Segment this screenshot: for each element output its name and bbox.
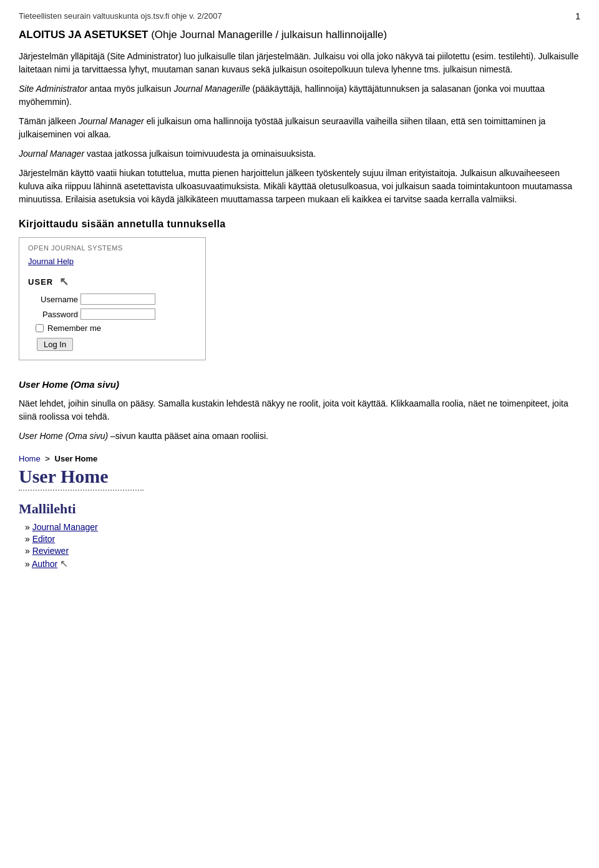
role-journal-manager[interactable]: Journal Manager bbox=[32, 522, 98, 532]
role-author[interactable]: Author bbox=[32, 559, 57, 569]
journal-manager-italic-3: Journal Manager bbox=[19, 149, 84, 159]
remember-checkbox[interactable] bbox=[36, 324, 44, 332]
cursor-icon-author: ↖ bbox=[60, 558, 68, 570]
journal-name: Mallilehti bbox=[19, 501, 580, 517]
list-item: Reviewer bbox=[25, 546, 580, 556]
remember-row: Remember me bbox=[36, 323, 197, 333]
journal-manager-italic: Journal Managerille bbox=[174, 84, 250, 94]
password-row: Password bbox=[28, 308, 197, 320]
paragraph-4: Journal Manager vastaa jatkossa julkaisu… bbox=[19, 147, 580, 160]
main-title-normal: (Ohje Journal Managerille / julkaisun ha… bbox=[148, 29, 387, 41]
breadcrumb-home[interactable]: Home bbox=[19, 454, 41, 463]
journal-help-link[interactable]: Journal Help bbox=[28, 257, 197, 266]
user-home-section: User Home (Oma sivu) Näet lehdet, joihin… bbox=[19, 378, 580, 570]
role-editor[interactable]: Editor bbox=[32, 534, 56, 544]
list-item: Editor bbox=[25, 534, 580, 544]
cursor-icon: ↖ bbox=[59, 275, 69, 289]
username-row: Username bbox=[28, 293, 197, 305]
ojs-header: OPEN JOURNAL SYSTEMS bbox=[28, 244, 197, 252]
p3-start: Tämän jälkeen bbox=[19, 116, 79, 126]
password-input[interactable] bbox=[80, 308, 155, 320]
role-reviewer[interactable]: Reviewer bbox=[32, 546, 69, 556]
user-home-heading: User Home bbox=[19, 466, 580, 487]
remember-label: Remember me bbox=[47, 323, 101, 333]
user-home-p2: User Home (Oma sivu) –sivun kautta pääse… bbox=[19, 430, 580, 443]
p4-end: vastaa jatkossa julkaisun toimivuudesta … bbox=[84, 149, 316, 159]
user-label: USER ↖ bbox=[28, 275, 197, 289]
breadcrumb: Home > User Home bbox=[19, 454, 580, 463]
login-box: OPEN JOURNAL SYSTEMS Journal Help USER ↖… bbox=[19, 237, 206, 360]
paragraph-2: Site Administrator antaa myös julkaisun … bbox=[19, 82, 580, 109]
login-button[interactable]: Log In bbox=[37, 338, 73, 351]
site-admin-italic: Site Administrator bbox=[19, 84, 87, 94]
breadcrumb-separator: > bbox=[45, 454, 50, 463]
list-item: Author↖ bbox=[25, 558, 580, 570]
header-text: Tieteellisten seurain valtuuskunta ojs.t… bbox=[19, 11, 222, 21]
user-home-subtitle: User Home (Oma sivu) bbox=[19, 378, 580, 392]
dotted-divider bbox=[19, 490, 144, 491]
user-home-p1: Näet lehdet, joihin sinulla on pääsy. Sa… bbox=[19, 397, 580, 423]
user-home-p2-end: –sivun kautta pääset aina omaan rooliisi… bbox=[108, 431, 268, 441]
breadcrumb-current: User Home bbox=[55, 454, 98, 463]
username-input[interactable] bbox=[80, 293, 155, 305]
list-item: Journal Manager bbox=[25, 522, 580, 532]
username-label: Username bbox=[28, 295, 78, 304]
main-title-bold: ALOITUS JA ASETUKSET bbox=[19, 29, 148, 41]
role-list: Journal Manager Editor Reviewer Author↖ bbox=[19, 522, 580, 570]
p2-mid: antaa myös julkaisun bbox=[87, 84, 174, 94]
password-label: Password bbox=[28, 310, 78, 319]
paragraph-1: Järjestelmän ylläpitäjä (Site Administra… bbox=[19, 50, 580, 76]
paragraph-3: Tämän jälkeen Journal Manager eli julkai… bbox=[19, 115, 580, 141]
user-home-italic: User Home (Oma sivu) bbox=[19, 431, 108, 441]
paragraph-5: Järjestelmän käyttö vaatii hiukan totutt… bbox=[19, 167, 580, 206]
page-number: 1 bbox=[575, 11, 580, 21]
login-section-title: Kirjoittaudu sisään annetulla tunnuksell… bbox=[19, 219, 580, 230]
page-header: Tieteellisten seurain valtuuskunta ojs.t… bbox=[19, 11, 580, 21]
main-title: ALOITUS JA ASETUKSET (Ohje Journal Manag… bbox=[19, 29, 580, 41]
journal-manager-italic-2: Journal Manager bbox=[79, 116, 144, 126]
